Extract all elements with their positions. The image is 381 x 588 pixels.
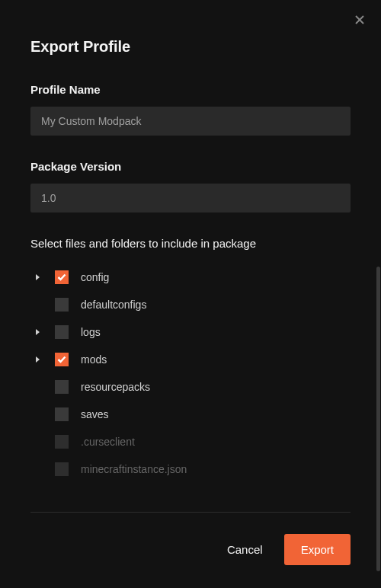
tree-item-label: resourcepacks	[81, 381, 150, 393]
close-icon	[355, 15, 364, 24]
modal-title: Export Profile	[30, 38, 351, 56]
tree-row-curseclient: .curseclient	[30, 428, 351, 455]
tree-row-resourcepacks: resourcepacks	[30, 373, 351, 401]
chevron-right-icon	[35, 273, 41, 281]
expand-toggle[interactable]	[30, 356, 46, 363]
checkbox-config[interactable]	[55, 270, 69, 284]
tree-row-logs: logs	[30, 318, 351, 346]
checkbox-curseclient[interactable]	[55, 435, 69, 449]
tree-row-config: config	[30, 264, 351, 291]
checkbox-logs[interactable]	[55, 325, 69, 339]
tree-row-saves: saves	[30, 401, 351, 428]
expand-toggle[interactable]	[30, 328, 46, 336]
checkbox-saves[interactable]	[55, 407, 69, 421]
expand-toggle[interactable]	[30, 273, 46, 281]
chevron-right-icon	[35, 356, 41, 363]
close-button[interactable]	[354, 14, 366, 26]
package-version-input[interactable]	[30, 184, 351, 213]
checkbox-mods[interactable]	[55, 353, 69, 366]
profile-name-label: Profile Name	[30, 83, 351, 96]
check-icon	[57, 273, 66, 281]
check-icon	[57, 356, 66, 363]
files-section-label: Select files and folders to include in p…	[30, 237, 351, 250]
modal-footer: Cancel Export	[30, 513, 351, 565]
export-button[interactable]: Export	[284, 534, 351, 565]
scrollbar-thumb[interactable]	[376, 267, 380, 571]
checkbox-minecraftinstance[interactable]	[55, 462, 69, 476]
profile-name-input[interactable]	[30, 107, 351, 136]
cancel-button[interactable]: Cancel	[223, 535, 267, 564]
checkbox-resourcepacks[interactable]	[55, 380, 69, 394]
export-profile-modal: Export Profile Profile Name Package Vers…	[0, 0, 381, 588]
tree-item-label: config	[81, 271, 109, 283]
tree-item-label: defaultconfigs	[81, 299, 146, 311]
tree-row-minecraftinstance: minecraftinstance.json	[30, 455, 351, 483]
tree-row-defaultconfigs: defaultconfigs	[30, 291, 351, 318]
package-version-label: Package Version	[30, 160, 351, 173]
checkbox-defaultconfigs[interactable]	[55, 298, 69, 312]
chevron-right-icon	[35, 328, 41, 336]
tree-item-label: .curseclient	[81, 436, 135, 448]
tree-item-label: logs	[81, 326, 101, 338]
tree-item-label: saves	[81, 408, 109, 420]
file-tree: config defaultconfigs logs mods	[30, 264, 351, 500]
tree-row-mods: mods	[30, 346, 351, 373]
tree-item-label: minecraftinstance.json	[81, 463, 187, 475]
tree-item-label: mods	[81, 353, 107, 366]
